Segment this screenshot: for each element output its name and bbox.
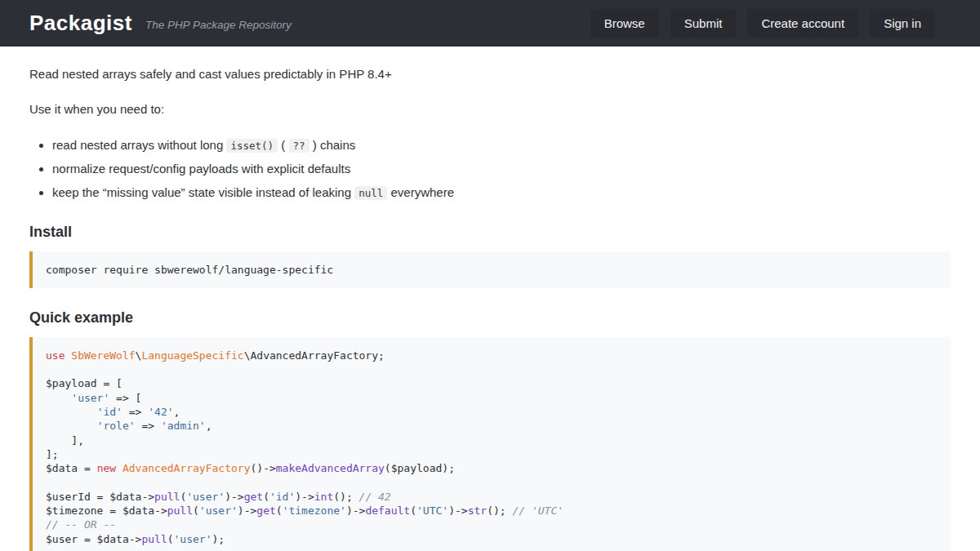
inline-code: isset() bbox=[226, 139, 278, 153]
quick-example-code-block: use SbWereWolf\LanguageSpecific\Advanced… bbox=[29, 337, 951, 551]
nav-sign-in[interactable]: Sign in bbox=[870, 9, 935, 38]
nav-browse[interactable]: Browse bbox=[590, 9, 659, 38]
install-command-block: composer require sbwerewolf/language-spe… bbox=[29, 251, 951, 288]
inline-code: null bbox=[354, 186, 387, 200]
header: Packagist The PHP Package Repository Bro… bbox=[0, 0, 980, 47]
nav-submit[interactable]: Submit bbox=[670, 9, 737, 38]
site-tagline: The PHP Package Repository bbox=[145, 19, 292, 31]
packagist-logo[interactable]: Packagist bbox=[29, 11, 132, 36]
quick-example-heading: Quick example bbox=[29, 309, 951, 327]
nav-create-account[interactable]: Create account bbox=[747, 9, 858, 38]
feature-list-item: normalize request/config payloads with e… bbox=[52, 159, 951, 179]
readme-content: Read nested arrays safely and cast value… bbox=[0, 47, 980, 551]
inline-code: ?? bbox=[289, 139, 310, 153]
intro-paragraph: Read nested arrays safely and cast value… bbox=[29, 65, 951, 83]
install-heading: Install bbox=[29, 224, 951, 241]
main-nav: Browse Submit Create account Sign in bbox=[590, 9, 935, 38]
feature-list-item: keep the “missing value” state visible i… bbox=[52, 183, 951, 202]
use-when-paragraph: Use it when you need to: bbox=[29, 100, 951, 118]
feature-list: read nested arrays without long isset() … bbox=[29, 136, 951, 202]
feature-list-item: read nested arrays without long isset() … bbox=[52, 136, 951, 155]
